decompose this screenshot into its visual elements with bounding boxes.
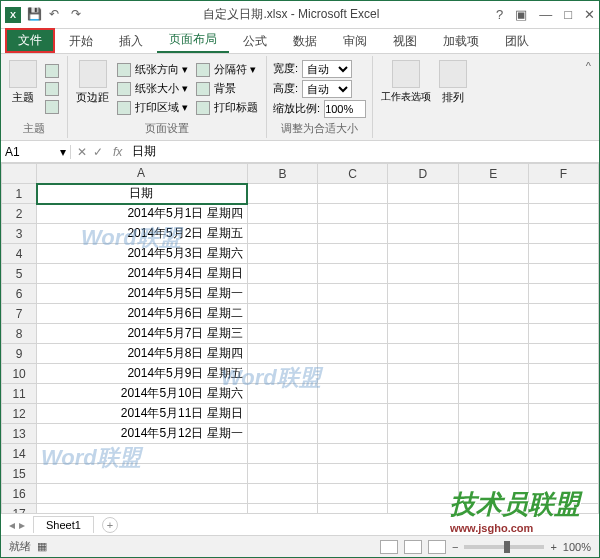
row-header[interactable]: 11	[2, 384, 37, 404]
zoom-out-button[interactable]: −	[452, 541, 458, 553]
cell[interactable]	[528, 244, 598, 264]
row-header[interactable]: 17	[2, 504, 37, 514]
cell[interactable]	[318, 404, 388, 424]
cell[interactable]	[247, 244, 317, 264]
cell[interactable]: 2014年5月6日 星期二	[37, 304, 248, 324]
cell[interactable]	[528, 424, 598, 444]
cell[interactable]	[528, 204, 598, 224]
tab-team[interactable]: 团队	[493, 30, 541, 53]
cell[interactable]	[388, 504, 458, 514]
normal-view-button[interactable]	[380, 540, 398, 554]
tab-home[interactable]: 开始	[57, 30, 105, 53]
cell[interactable]	[528, 344, 598, 364]
cell[interactable]	[247, 484, 317, 504]
cell[interactable]	[458, 204, 528, 224]
cell[interactable]	[458, 404, 528, 424]
fonts-button[interactable]	[43, 81, 61, 97]
cell[interactable]	[318, 244, 388, 264]
cell[interactable]	[458, 464, 528, 484]
col-header-d[interactable]: D	[388, 164, 458, 184]
row-header[interactable]: 14	[2, 444, 37, 464]
fx-icon[interactable]: fx	[109, 145, 126, 159]
cell[interactable]	[528, 324, 598, 344]
worksheet[interactable]: A B C D E F 1日期22014年5月1日 星期四32014年5月2日 …	[1, 163, 599, 513]
arrange-button[interactable]: 排列	[437, 58, 469, 136]
cell[interactable]	[388, 304, 458, 324]
cell[interactable]	[458, 304, 528, 324]
cell[interactable]	[318, 424, 388, 444]
cell[interactable]	[458, 264, 528, 284]
cell[interactable]	[318, 264, 388, 284]
cell[interactable]	[528, 284, 598, 304]
cell[interactable]	[388, 184, 458, 204]
row-header[interactable]: 12	[2, 404, 37, 424]
cell[interactable]: 日期	[37, 184, 248, 204]
cell[interactable]	[458, 244, 528, 264]
cell[interactable]	[458, 364, 528, 384]
row-header[interactable]: 9	[2, 344, 37, 364]
cell[interactable]	[247, 264, 317, 284]
cell[interactable]	[247, 304, 317, 324]
cell[interactable]	[458, 284, 528, 304]
row-header[interactable]: 2	[2, 204, 37, 224]
cell[interactable]: 2014年5月8日 星期四	[37, 344, 248, 364]
colors-button[interactable]	[43, 63, 61, 79]
cell[interactable]	[318, 464, 388, 484]
cell[interactable]: 2014年5月10日 星期六	[37, 384, 248, 404]
breaks-button[interactable]: 分隔符 ▾	[194, 61, 260, 78]
cell[interactable]	[318, 204, 388, 224]
cell[interactable]: 2014年5月11日 星期日	[37, 404, 248, 424]
orientation-button[interactable]: 纸张方向 ▾	[115, 61, 190, 78]
sheet-options-button[interactable]: 工作表选项	[379, 58, 433, 136]
print-area-button[interactable]: 打印区域 ▾	[115, 99, 190, 116]
cell[interactable]	[318, 484, 388, 504]
ribbon-options-icon[interactable]: ▣	[515, 7, 527, 22]
col-header-e[interactable]: E	[458, 164, 528, 184]
cell[interactable]	[37, 504, 248, 514]
cell[interactable]	[247, 204, 317, 224]
add-sheet-button[interactable]: +	[102, 517, 118, 533]
sheet-tab-1[interactable]: Sheet1	[33, 516, 94, 533]
cell[interactable]	[388, 424, 458, 444]
cell[interactable]	[247, 404, 317, 424]
cell[interactable]	[388, 404, 458, 424]
cell[interactable]	[388, 204, 458, 224]
cell[interactable]	[318, 384, 388, 404]
cell[interactable]	[388, 364, 458, 384]
cell[interactable]	[247, 344, 317, 364]
cell[interactable]	[318, 324, 388, 344]
cell[interactable]	[388, 324, 458, 344]
zoom-in-button[interactable]: +	[550, 541, 556, 553]
scale-input[interactable]	[324, 100, 366, 118]
tab-nav-last-icon[interactable]: ▸	[19, 518, 25, 532]
margins-button[interactable]: 页边距	[74, 58, 111, 119]
cancel-icon[interactable]: ✕	[77, 145, 87, 159]
formula-input[interactable]: 日期	[126, 143, 599, 160]
cell[interactable]	[458, 224, 528, 244]
maximize-icon[interactable]: □	[564, 7, 572, 22]
cell[interactable]	[528, 384, 598, 404]
page-break-view-button[interactable]	[428, 540, 446, 554]
size-button[interactable]: 纸张大小 ▾	[115, 80, 190, 97]
row-header[interactable]: 3	[2, 224, 37, 244]
help-icon[interactable]: ?	[496, 7, 503, 22]
cell[interactable]	[388, 244, 458, 264]
row-header[interactable]: 16	[2, 484, 37, 504]
cell[interactable]	[318, 504, 388, 514]
cell[interactable]	[458, 424, 528, 444]
redo-icon[interactable]: ↷	[71, 7, 87, 23]
print-titles-button[interactable]: 打印标题	[194, 99, 260, 116]
themes-button[interactable]: 主题	[7, 58, 39, 119]
name-box[interactable]: A1▾	[1, 145, 71, 159]
tab-page-layout[interactable]: 页面布局	[157, 28, 229, 53]
cell[interactable]: 2014年5月5日 星期一	[37, 284, 248, 304]
cell[interactable]	[458, 384, 528, 404]
select-all-corner[interactable]	[2, 164, 37, 184]
cell[interactable]	[528, 264, 598, 284]
row-header[interactable]: 8	[2, 324, 37, 344]
cell[interactable]	[247, 424, 317, 444]
cell[interactable]: 2014年5月7日 星期三	[37, 324, 248, 344]
macro-icon[interactable]: ▦	[37, 540, 47, 553]
tab-data[interactable]: 数据	[281, 30, 329, 53]
undo-icon[interactable]: ↶	[49, 7, 65, 23]
